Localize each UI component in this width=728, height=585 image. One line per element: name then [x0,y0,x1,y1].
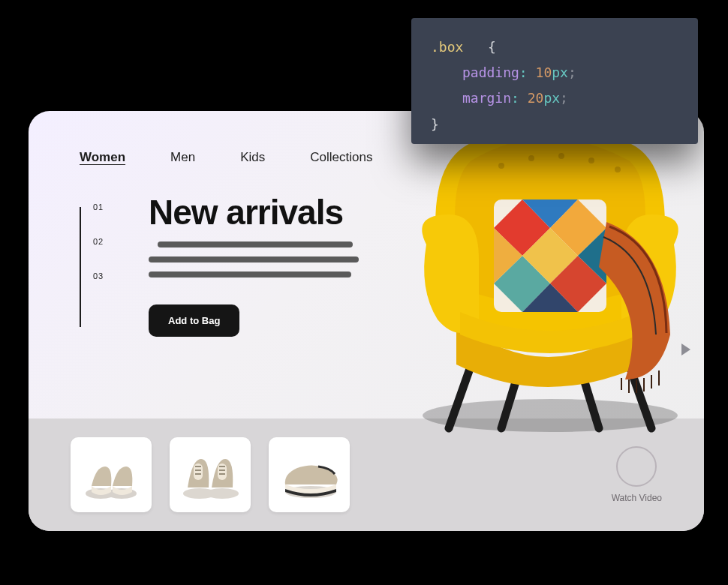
css-val-margin: 20 [528,90,544,106]
svg-point-2 [528,155,534,161]
code-line-margin: margin: 20px; [431,86,678,111]
css-prop-margin: margin [462,90,511,106]
brace-open: { [488,39,496,55]
code-snippet-panel: .box { padding: 10px; margin: 20px; } [411,18,698,144]
css-prop-padding: padding [462,64,519,80]
code-line-selector: .box { [431,34,678,60]
svg-point-25 [206,488,239,499]
play-circle-icon[interactable] [616,446,657,487]
counter-01[interactable]: 01 [93,202,104,212]
counter-03[interactable]: 03 [93,272,104,280]
svg-point-5 [615,166,621,172]
css-selector: .box [431,39,463,55]
nav-item-kids[interactable]: Kids [240,150,265,165]
thumbnail-3[interactable] [269,437,350,512]
thumbnail-1[interactable] [71,437,152,512]
add-to-bag-button[interactable]: Add to Bag [149,304,239,337]
slide-counter: 01 02 03 [93,202,104,280]
nav-item-women[interactable]: Women [80,150,125,165]
nav-item-collections[interactable]: Collections [310,150,372,165]
hero-headline: New arrivals [149,192,343,232]
svg-point-1 [498,163,504,169]
counter-02[interactable]: 02 [93,237,104,246]
counter-rail [80,207,81,327]
website-preview-card: Women Men Kids Collections 01 02 03 New … [29,111,704,531]
hero-product-image [381,111,704,440]
code-line-padding: padding: 10px; [431,60,678,86]
watch-video[interactable]: Watch Video [612,446,662,503]
brace-close: } [431,116,439,132]
css-val-padding: 10 [536,64,552,80]
svg-point-4 [588,158,594,164]
nav-item-men[interactable]: Men [170,150,195,165]
watch-video-label: Watch Video [612,493,662,503]
svg-point-3 [558,153,564,159]
hero-text-placeholder [149,242,359,286]
thumbnail-2[interactable] [170,437,251,512]
code-line-close: } [431,112,678,137]
